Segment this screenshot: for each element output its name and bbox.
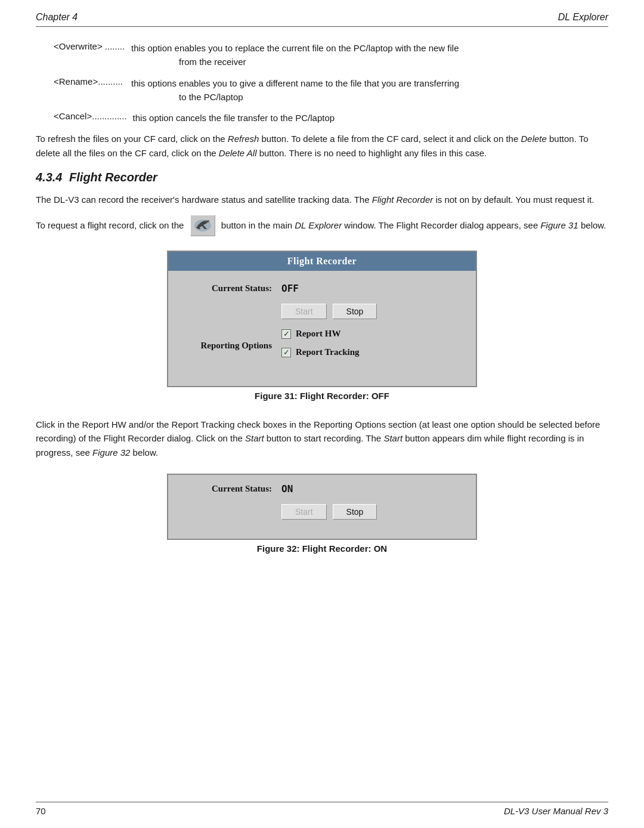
dialog-buttons-row: Start Stop	[186, 304, 458, 319]
def-desc-overwrite: this option enables you to replace the c…	[125, 41, 459, 69]
dialog-on-buttons-group: Start Stop	[281, 504, 377, 520]
dialog-on-stop-button[interactable]: Stop	[333, 504, 377, 520]
flight-recorder-dialog-container-off: Flight Recorder Current Status: OFF Star…	[36, 251, 608, 413]
def-desc-overwrite-line2: from the receiver	[179, 55, 459, 69]
refresh-paragraph: To refresh the files on your CF card, cl…	[36, 132, 608, 160]
dialog-status-value: OFF	[281, 283, 299, 294]
section-number: 4.3.4	[36, 171, 62, 184]
report-hw-checkbox[interactable]: ✓	[281, 329, 291, 339]
flight-recorder-dialog-container-on: Current Status: ON Start Stop Figure 32:…	[36, 474, 608, 566]
dialog-status-row: Current Status: OFF	[186, 283, 458, 294]
dialog-on-status-label: Current Status:	[186, 484, 281, 494]
header-chapter: Chapter 4	[36, 12, 78, 23]
report-hw-label: Report HW	[296, 329, 340, 339]
dialog-stop-button[interactable]: Stop	[333, 304, 377, 319]
report-tracking-checkbox[interactable]: ✓	[281, 348, 291, 357]
section-heading-flight-recorder: 4.3.4 Flight Recorder	[36, 171, 608, 184]
def-term-overwrite: <Overwrite> ........	[54, 41, 125, 69]
inline-para: To request a flight record, click on the…	[36, 215, 608, 236]
dialog-reporting-label: Reporting Options	[186, 341, 281, 351]
dialog-on-buttons-row: Start Stop	[186, 504, 458, 520]
dialog-reporting-row: Reporting Options ✓ Report HW ✓ Report T…	[186, 329, 458, 362]
figure31-caption: Figure 31: Flight Recorder: OFF	[255, 391, 389, 401]
flight-recorder-dialog-on: Current Status: ON Start Stop	[167, 474, 477, 540]
dialog-status-label: Current Status:	[186, 283, 281, 293]
def-overwrite: <Overwrite> ........ this option enables…	[36, 41, 608, 69]
page-header: Chapter 4 DL Explorer	[36, 12, 608, 27]
dialog-start-button[interactable]: Start	[281, 304, 327, 319]
footer-page-number: 70	[36, 806, 46, 816]
dialog-body-off: Current Status: OFF Start Stop Reporting…	[168, 271, 476, 386]
section-para1: The DL-V3 can record the receiver's hard…	[36, 193, 608, 206]
def-term-cancel: <Cancel>..............	[54, 111, 127, 125]
def-cancel: <Cancel>.............. this option cance…	[36, 111, 608, 125]
flight-recorder-dialog-off: Flight Recorder Current Status: OFF Star…	[167, 251, 477, 387]
def-rename: <Rename>.......... this options enables …	[36, 76, 608, 104]
header-app-title: DL Explorer	[558, 12, 608, 23]
footer-manual-title: DL-V3 User Manual Rev 3	[504, 806, 608, 816]
dialog-on-status-value: ON	[281, 483, 293, 495]
figure32-caption: Figure 32: Flight Recorder: ON	[257, 543, 387, 554]
post-dialog-paragraph: Click in the Report HW and/or the Report…	[36, 418, 608, 459]
dialog-checkbox-row-tracking: ✓ Report Tracking	[281, 347, 360, 357]
def-desc-cancel: this option cancels the file transfer to…	[127, 111, 335, 125]
inline-para-after: button in the main DL Explorer window. T…	[219, 218, 606, 232]
dialog-titlebar-off: Flight Recorder	[168, 252, 476, 271]
dialog-on-start-button[interactable]: Start	[281, 504, 327, 520]
def-desc-rename: this options enables you to give a diffe…	[125, 76, 459, 104]
page: Chapter 4 DL Explorer <Overwrite> ......…	[0, 0, 644, 828]
def-term-rename: <Rename>..........	[54, 76, 125, 104]
dialog-options-col: ✓ Report HW ✓ Report Tracking	[281, 329, 360, 362]
dialog-checkbox-row-hw: ✓ Report HW	[281, 329, 360, 339]
inline-para-before: To request a flight record, click on the	[36, 218, 187, 232]
page-footer: 70 DL-V3 User Manual Rev 3	[36, 802, 608, 816]
section-title: Flight Recorder	[69, 171, 157, 184]
dialog-on-status-row: Current Status: ON	[186, 483, 458, 495]
def-desc-rename-line2: to the PC/laptop	[179, 90, 459, 104]
dialog-body-on: Current Status: ON Start Stop	[168, 475, 476, 539]
flight-recorder-button-icon	[190, 215, 215, 236]
report-tracking-label: Report Tracking	[296, 347, 360, 357]
dialog-buttons-group: Start Stop	[281, 304, 377, 319]
